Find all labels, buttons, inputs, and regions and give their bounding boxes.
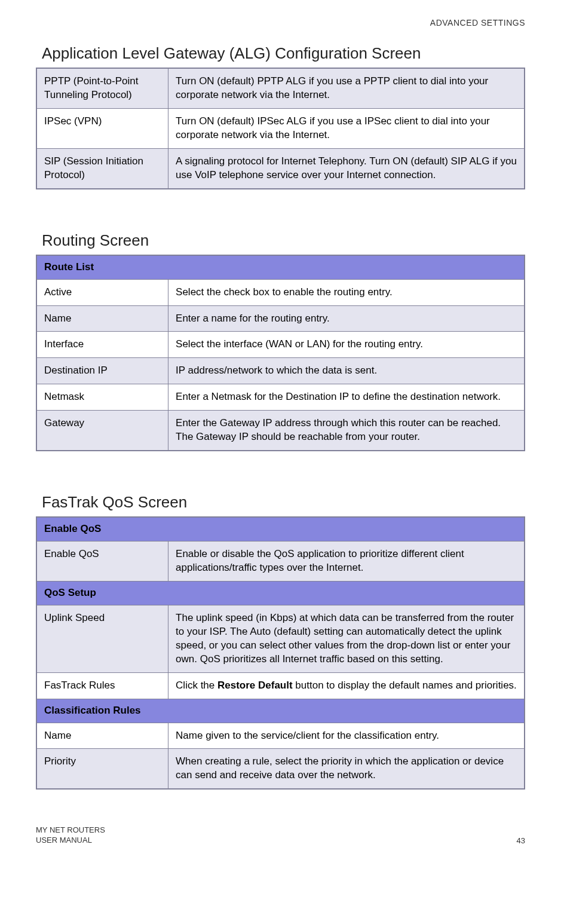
qos-rules-post: button to display the default names and … xyxy=(293,680,517,691)
table-row: Gateway Enter the Gateway IP address thr… xyxy=(36,411,525,451)
routing-table: Route List Active Select the check box t… xyxy=(36,255,525,452)
routing-row-label: Destination IP xyxy=(36,358,168,384)
table-row: PPTP (Point-to-Point Tunneling Protocol)… xyxy=(36,68,525,108)
qos-priority-desc: When creating a rule, select the priorit… xyxy=(168,749,525,789)
qos-uplink-label: Uplink Speed xyxy=(36,605,168,672)
table-row: Name Name given to the service/client fo… xyxy=(36,723,525,749)
routing-row-desc: Enter a name for the routing entry. xyxy=(168,305,525,332)
routing-row-label: Netmask xyxy=(36,384,168,411)
routing-row-label: Active xyxy=(36,279,168,305)
routing-table-header: Route List xyxy=(36,255,525,279)
routing-row-desc: Select the check box to enable the routi… xyxy=(168,279,525,305)
table-row: Name Enter a name for the routing entry. xyxy=(36,305,525,332)
alg-row-label: IPSec (VPN) xyxy=(36,108,168,148)
alg-row-desc: Turn ON (default) PPTP ALG if you use a … xyxy=(168,68,525,108)
routing-row-label: Name xyxy=(36,305,168,332)
qos-rules-pre: Click the xyxy=(176,680,217,691)
qos-table: Enable QoS Enable QoS Enable or disable … xyxy=(36,516,525,790)
qos-name-desc: Name given to the service/client for the… xyxy=(168,723,525,749)
table-row: Destination IP IP address/network to whi… xyxy=(36,358,525,384)
alg-row-desc: A signaling protocol for Internet Teleph… xyxy=(168,148,525,188)
qos-enable-label: Enable QoS xyxy=(36,541,168,582)
qos-class-header-cell: Classification Rules xyxy=(36,699,525,723)
routing-row-desc: Enter the Gateway IP address through whi… xyxy=(168,411,525,451)
qos-setup-header: QoS Setup xyxy=(36,581,525,605)
qos-enable-header: Enable QoS xyxy=(36,517,525,541)
routing-row-label: Interface xyxy=(36,332,168,358)
footer-line2: USER MANUAL xyxy=(36,836,105,845)
table-row: Netmask Enter a Netmask for the Destinat… xyxy=(36,384,525,411)
qos-rules-desc: Click the Restore Default button to disp… xyxy=(168,672,525,699)
alg-section: Application Level Gateway (ALG) Configur… xyxy=(36,44,525,189)
alg-row-label: SIP (Session Initiation Protocol) xyxy=(36,148,168,188)
qos-setup-header-cell: QoS Setup xyxy=(36,581,525,605)
routing-row-desc: Enter a Netmask for the Destination IP t… xyxy=(168,384,525,411)
qos-enable-desc: Enable or disable the QoS application to… xyxy=(168,541,525,582)
table-row: Priority When creating a rule, select th… xyxy=(36,749,525,789)
table-row: Interface Select the interface (WAN or L… xyxy=(36,332,525,358)
routing-title: Routing Screen xyxy=(36,231,525,250)
routing-row-desc: Select the interface (WAN or LAN) for th… xyxy=(168,332,525,358)
alg-title: Application Level Gateway (ALG) Configur… xyxy=(36,44,525,63)
routing-row-desc: IP address/network to which the data is … xyxy=(168,358,525,384)
table-row: FasTrack Rules Click the Restore Default… xyxy=(36,672,525,699)
table-row: Active Select the check box to enable th… xyxy=(36,279,525,305)
table-row: IPSec (VPN) Turn ON (default) IPSec ALG … xyxy=(36,108,525,148)
qos-enable-header-cell: Enable QoS xyxy=(36,517,525,541)
qos-name-label: Name xyxy=(36,723,168,749)
qos-priority-label: Priority xyxy=(36,749,168,789)
qos-title: FasTrak QoS Screen xyxy=(36,493,525,512)
table-row: Uplink Speed The uplink speed (in Kbps) … xyxy=(36,605,525,672)
alg-row-label: PPTP (Point-to-Point Tunneling Protocol) xyxy=(36,68,168,108)
routing-section: Routing Screen Route List Active Select … xyxy=(36,231,525,452)
table-row: Enable QoS Enable or disable the QoS app… xyxy=(36,541,525,582)
alg-table: PPTP (Point-to-Point Tunneling Protocol)… xyxy=(36,68,525,189)
footer-left: MY NET ROUTERS USER MANUAL xyxy=(36,825,105,845)
page-number: 43 xyxy=(517,836,525,845)
qos-class-header: Classification Rules xyxy=(36,699,525,723)
page-footer: MY NET ROUTERS USER MANUAL 43 xyxy=(36,825,525,845)
routing-header-cell: Route List xyxy=(36,255,525,279)
qos-rules-label: FasTrack Rules xyxy=(36,672,168,699)
routing-row-label: Gateway xyxy=(36,411,168,451)
qos-uplink-desc: The uplink speed (in Kbps) at which data… xyxy=(168,605,525,672)
footer-line1: MY NET ROUTERS xyxy=(36,825,105,835)
qos-section: FasTrak QoS Screen Enable QoS Enable QoS… xyxy=(36,493,525,790)
qos-rules-bold: Restore Default xyxy=(217,680,293,691)
alg-row-desc: Turn ON (default) IPSec ALG if you use a… xyxy=(168,108,525,148)
table-row: SIP (Session Initiation Protocol) A sign… xyxy=(36,148,525,188)
page-header-section: ADVANCED SETTINGS xyxy=(36,18,525,27)
